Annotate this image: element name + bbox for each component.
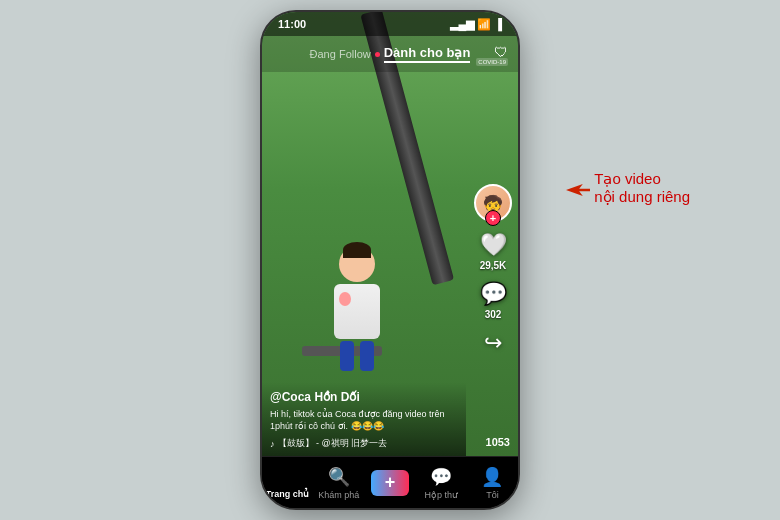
search-icon: 🔍 <box>328 466 350 488</box>
nav-follow-label[interactable]: Đang Follow <box>310 48 371 60</box>
music-info: 【鼓版】 - @祺明 旧梦一去 <box>278 437 388 450</box>
heart-icon: 🤍 <box>480 232 507 258</box>
status-icons: ▂▄▆ 📶 ▐ <box>450 18 502 31</box>
annotation-text: Tạo video nội dung riêng <box>594 170 690 206</box>
covid-badge: COVID-19 <box>476 58 508 66</box>
inbox-label: Hộp thư <box>424 490 458 500</box>
comment-icon: 💬 <box>480 281 507 307</box>
video-caption: Hi hí, tiktok của Coca được đăng video t… <box>270 408 458 433</box>
battery-icon: ▐ <box>494 18 502 30</box>
add-icon: + <box>385 472 396 493</box>
nav-profile[interactable]: 👤 Tôi <box>467 466 518 500</box>
share-count: 1053 <box>486 436 510 448</box>
comment-button[interactable]: 💬 302 <box>480 281 507 320</box>
music-row: ♪ 【鼓版】 - @祺明 旧梦一去 <box>270 437 458 450</box>
profile-label: Tôi <box>486 490 499 500</box>
top-nav: Đang Follow Dành cho bạn 🛡 COVID-19 <box>262 36 518 72</box>
child-legs <box>317 341 397 371</box>
wifi-icon: 📶 <box>477 18 491 31</box>
like-count: 29,5K <box>480 260 507 271</box>
child-figure <box>317 246 397 376</box>
signal-icon: ▂▄▆ <box>450 18 474 31</box>
like-button[interactable]: 🤍 29,5K <box>480 232 507 271</box>
annotation-arrow <box>566 182 590 198</box>
search-label: Khám phá <box>318 490 359 500</box>
home-label: Trang chủ <box>266 489 310 499</box>
follow-plus-button[interactable]: + <box>485 210 501 226</box>
annotation-line2: nội dung riêng <box>594 188 690 206</box>
nav-dot-indicator <box>375 52 380 57</box>
nav-foryou-label[interactable]: Dành cho bạn <box>384 45 471 63</box>
status-time: 11:00 <box>278 18 306 30</box>
nav-home[interactable]: ⌂ Trang chủ <box>262 466 313 499</box>
share-icon: ↪ <box>484 330 502 356</box>
creator-avatar-wrap[interactable]: 🧒 + <box>474 184 512 222</box>
nav-search[interactable]: 🔍 Khám phá <box>313 466 364 500</box>
nav-inbox[interactable]: 💬 Hộp thư <box>416 466 467 500</box>
share-button[interactable]: ↪ <box>484 330 502 356</box>
annotation: Tạo video nội dung riêng <box>594 170 690 206</box>
phone-frame: 11:00 ▂▄▆ 📶 ▐ Đang Follow Dành cho bạn 🛡… <box>260 10 520 510</box>
phone-screen: 11:00 ▂▄▆ 📶 ▐ Đang Follow Dành cho bạn 🛡… <box>262 12 518 508</box>
music-icon: ♪ <box>270 439 275 449</box>
phone-wrapper: 11:00 ▂▄▆ 📶 ▐ Đang Follow Dành cho bạn 🛡… <box>260 10 520 510</box>
child-head <box>339 246 375 282</box>
child-body <box>334 284 380 339</box>
video-area[interactable]: 🧒 + 🤍 29,5K 💬 302 ↪ <box>262 12 518 456</box>
svg-marker-0 <box>566 184 590 196</box>
add-button[interactable]: + <box>371 470 409 496</box>
right-actions: 🧒 + 🤍 29,5K 💬 302 ↪ <box>474 184 512 356</box>
comment-count: 302 <box>485 309 502 320</box>
video-info: @Coca Hồn Dối Hi hí, tiktok của Coca đượ… <box>262 382 466 456</box>
bottom-nav: ⌂ Trang chủ 🔍 Khám phá + 💬 Hộp thư <box>262 456 518 508</box>
nav-add[interactable]: + <box>364 470 415 496</box>
home-icon: ⌂ <box>282 466 293 487</box>
inbox-icon: 💬 <box>430 466 452 488</box>
profile-icon: 👤 <box>481 466 503 488</box>
creator-username[interactable]: @Coca Hồn Dối <box>270 390 458 404</box>
child-hair <box>343 242 371 258</box>
annotation-line1: Tạo video <box>594 170 690 188</box>
status-bar: 11:00 ▂▄▆ 📶 ▐ <box>262 12 518 36</box>
